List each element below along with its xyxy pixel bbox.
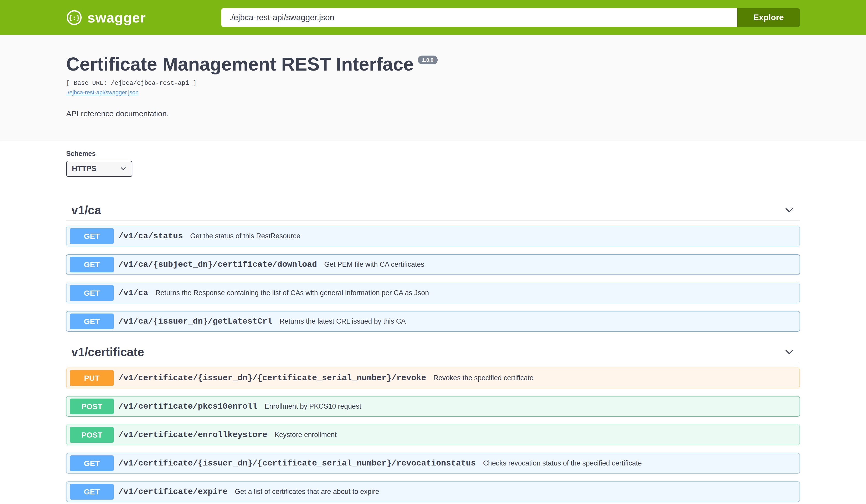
tag-name: v1/ca [71,204,101,216]
op-path[interactable]: /v1/certificate/{issuer_dn}/{certificate… [119,459,476,468]
info-section: Certificate Management REST Interface 1.… [0,35,866,141]
opblock-put-certificate-revoke[interactable]: PUT /v1/certificate/{issuer_dn}/{certifi… [66,368,800,388]
api-description: API reference documentation. [66,109,800,118]
brand-name: swagger [87,10,146,25]
method-badge: GET [70,456,114,471]
explore-button[interactable]: Explore [737,8,800,27]
tag-section-v1-ca: v1/ca GET /v1/ca/status Get the status o… [66,200,800,332]
swagger-logo-icon: {:} [66,10,82,25]
opblock-post-enrollkeystore[interactable]: POST /v1/certificate/enrollkeystore Keys… [66,425,800,445]
op-path[interactable]: /v1/certificate/expire [119,487,227,496]
op-path[interactable]: /v1/certificate/pkcs10enroll [119,402,257,411]
method-badge: GET [70,257,114,272]
schemes-selected-value: HTTPS [72,164,97,173]
schemes-select[interactable]: HTTPS [66,161,132,177]
op-path[interactable]: /v1/ca/{subject_dn}/certificate/download [119,260,317,269]
op-description: Get PEM file with CA certificates [324,260,424,269]
op-description: Checks revocation status of the specifie… [483,459,642,467]
tag-section-v1-certificate: v1/certificate PUT /v1/certificate/{issu… [66,342,800,502]
op-description: Revokes the specified certificate [434,374,534,382]
opblock-get-ca-status[interactable]: GET /v1/ca/status Get the status of this… [66,226,800,246]
opblock-get-ca-list[interactable]: GET /v1/ca Returns the Response containi… [66,283,800,303]
opblock-get-certificate-expire[interactable]: GET /v1/certificate/expire Get a list of… [66,482,800,502]
op-description: Enrollment by PKCS10 request [265,402,362,411]
chevron-down-icon[interactable] [784,347,795,357]
svg-text:{:}: {:} [68,14,80,21]
method-badge: POST [70,427,114,443]
method-badge: GET [70,484,114,500]
chevron-down-icon [120,165,127,172]
method-badge: PUT [70,370,114,386]
page-title: Certificate Management REST Interface 1.… [66,54,800,75]
operations-section: v1/ca GET /v1/ca/status Get the status o… [0,189,866,502]
opblock-get-latest-crl[interactable]: GET /v1/ca/{issuer_dn}/getLatestCrl Retu… [66,311,800,332]
page-title-text: Certificate Management REST Interface [66,54,414,75]
method-badge: GET [70,228,114,244]
tag-heading-v1-certificate[interactable]: v1/certificate [66,342,800,362]
topbar: {:} swagger Explore [0,0,866,35]
opblock-post-pkcs10enroll[interactable]: POST /v1/certificate/pkcs10enroll Enroll… [66,396,800,417]
opblock-get-ca-certificate-download[interactable]: GET /v1/ca/{subject_dn}/certificate/down… [66,254,800,275]
method-badge: GET [70,285,114,301]
op-path[interactable]: /v1/certificate/{issuer_dn}/{certificate… [119,373,426,383]
op-description: Returns the latest CRL issued by this CA [279,317,406,325]
op-description: Returns the Response containing the list… [155,289,429,297]
op-path[interactable]: /v1/ca/status [119,231,183,241]
base-url: [ Base URL: /ejbca/ejbca-rest-api ] [66,80,800,87]
explore-form: Explore [221,8,800,27]
op-path[interactable]: /v1/ca [119,288,148,298]
spec-link[interactable]: ./ejbca-rest-api/swagger.json [66,89,138,96]
op-path[interactable]: /v1/ca/{issuer_dn}/getLatestCrl [119,317,272,326]
spec-url-input[interactable] [221,8,737,27]
op-description: Get a list of certificates that are abou… [235,488,379,496]
tag-name: v1/certificate [71,346,144,358]
method-badge: POST [70,399,114,414]
schemes-section: Schemes HTTPS [0,141,866,189]
version-badge: 1.0.0 [418,56,437,64]
op-description: Get the status of this RestResource [190,232,300,240]
chevron-down-icon[interactable] [784,205,795,215]
swagger-logo[interactable]: {:} swagger [66,10,146,25]
schemes-label: Schemes [66,150,800,158]
op-path[interactable]: /v1/certificate/enrollkeystore [119,430,267,440]
tag-heading-v1-ca[interactable]: v1/ca [66,200,800,221]
method-badge: GET [70,314,114,329]
op-description: Keystore enrollment [275,431,336,439]
opblock-get-revocationstatus[interactable]: GET /v1/certificate/{issuer_dn}/{certifi… [66,453,800,473]
